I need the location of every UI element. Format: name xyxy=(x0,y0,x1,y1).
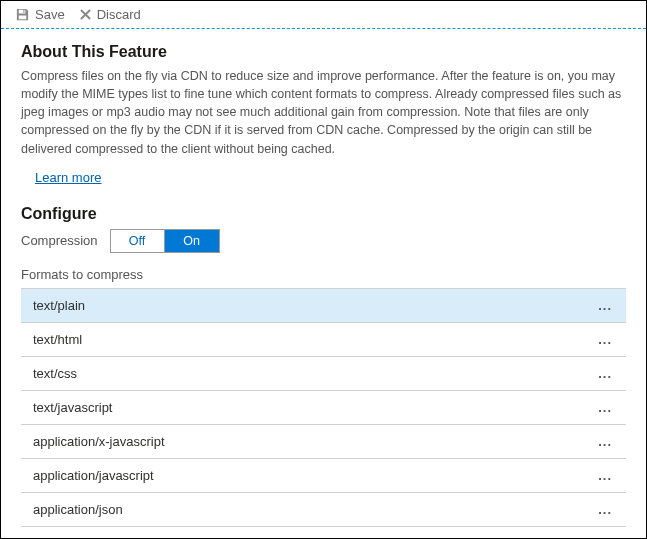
more-icon[interactable]: ... xyxy=(594,536,616,539)
toggle-on[interactable]: On xyxy=(165,230,219,252)
format-name: text/css xyxy=(33,366,77,381)
formats-label: Formats to compress xyxy=(21,267,626,282)
compression-row: Compression Off On xyxy=(21,229,626,253)
format-row[interactable]: text/plain ... xyxy=(21,289,626,323)
more-icon[interactable]: ... xyxy=(594,502,616,517)
content: About This Feature Compress files on the… xyxy=(1,29,646,539)
discard-icon xyxy=(79,8,92,21)
format-name: text/html xyxy=(33,332,82,347)
discard-label: Discard xyxy=(97,7,141,22)
more-icon[interactable]: ... xyxy=(594,400,616,415)
more-icon[interactable]: ... xyxy=(594,332,616,347)
format-name: application/json xyxy=(33,502,123,517)
toolbar: Save Discard xyxy=(1,1,646,29)
more-icon[interactable]: ... xyxy=(594,366,616,381)
learn-more-link[interactable]: Learn more xyxy=(35,170,101,185)
format-row[interactable]: application/xml ... xyxy=(21,527,626,539)
save-icon xyxy=(15,7,30,22)
save-button[interactable]: Save xyxy=(15,7,65,22)
about-description: Compress files on the fly via CDN to red… xyxy=(21,67,626,158)
more-icon[interactable]: ... xyxy=(594,434,616,449)
more-icon[interactable]: ... xyxy=(594,298,616,313)
compression-toggle[interactable]: Off On xyxy=(110,229,220,253)
format-row[interactable]: application/x-javascript ... xyxy=(21,425,626,459)
toggle-off[interactable]: Off xyxy=(111,230,165,252)
format-name: application/javascript xyxy=(33,468,154,483)
format-name: application/xml xyxy=(33,536,119,539)
about-title: About This Feature xyxy=(21,43,626,61)
format-name: text/javascript xyxy=(33,400,112,415)
configure-title: Configure xyxy=(21,205,626,223)
compression-label: Compression xyxy=(21,233,98,248)
format-row[interactable]: text/html ... xyxy=(21,323,626,357)
discard-button[interactable]: Discard xyxy=(79,7,141,22)
format-row[interactable]: text/javascript ... xyxy=(21,391,626,425)
format-name: text/plain xyxy=(33,298,85,313)
formats-list: text/plain ... text/html ... text/css ..… xyxy=(21,288,626,539)
save-label: Save xyxy=(35,7,65,22)
format-row[interactable]: application/javascript ... xyxy=(21,459,626,493)
format-row[interactable]: application/json ... xyxy=(21,493,626,527)
more-icon[interactable]: ... xyxy=(594,468,616,483)
format-name: application/x-javascript xyxy=(33,434,165,449)
format-row[interactable]: text/css ... xyxy=(21,357,626,391)
